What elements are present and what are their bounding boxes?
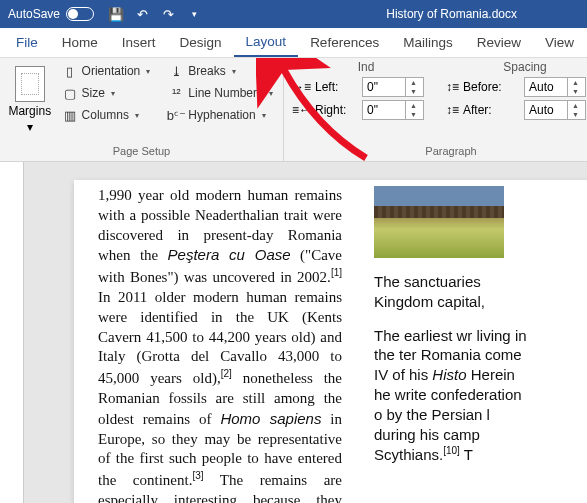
tab-view[interactable]: View xyxy=(533,28,586,57)
size-button[interactable]: ▢ Size▾ xyxy=(58,84,155,102)
autosave-toggle[interactable]: AutoSave xyxy=(0,7,102,21)
spin-down-icon[interactable]: ▼ xyxy=(406,110,421,119)
group-label-page-setup: Page Setup xyxy=(0,143,283,161)
tab-layout[interactable]: Layout xyxy=(234,28,299,57)
spin-up-icon[interactable]: ▲ xyxy=(406,101,421,110)
spacing-after-field[interactable] xyxy=(525,103,567,117)
spacing-after-label: ↕≡ After: xyxy=(446,103,520,117)
document-column-2[interactable]: The sanctuaries Kingdom capital, The ear… xyxy=(354,186,534,503)
column-2-paragraph: The earliest wr living in the ter Romani… xyxy=(374,326,534,466)
spacing-before-field[interactable] xyxy=(525,80,567,94)
inline-image[interactable] xyxy=(374,186,504,258)
margins-button[interactable]: Margins ▾ xyxy=(6,62,54,139)
title-bar: AutoSave 💾 ↶ ↷ ▾ History of Romania.docx xyxy=(0,0,587,28)
indent-left-icon: →≡ xyxy=(292,80,311,94)
indent-right-field[interactable] xyxy=(363,103,405,117)
breaks-icon: ⤓ xyxy=(168,63,184,79)
spacing-after-input[interactable]: ▲▼ xyxy=(524,100,586,120)
tab-mailings[interactable]: Mailings xyxy=(391,28,465,57)
indent-left-field[interactable] xyxy=(363,80,405,94)
spacing-before-input[interactable]: ▲▼ xyxy=(524,77,586,97)
line-numbers-button[interactable]: ¹² Line Numbers▾ xyxy=(164,84,277,102)
tab-review[interactable]: Review xyxy=(465,28,533,57)
indent-right-input[interactable]: ▲▼ xyxy=(362,100,424,120)
redo-icon[interactable]: ↷ xyxy=(160,6,176,22)
undo-icon[interactable]: ↶ xyxy=(134,6,150,22)
document-area: 1,990 year old modern human remains with… xyxy=(0,162,587,503)
ribbon: Margins ▾ ▯ Orientation▾ ▢ Size▾ ▥ Colum… xyxy=(0,58,587,162)
line-numbers-icon: ¹² xyxy=(168,85,184,101)
ribbon-tabs: File Home Insert Design Layout Reference… xyxy=(0,28,587,58)
quick-access-toolbar: 💾 ↶ ↷ ▾ xyxy=(102,6,208,22)
save-icon[interactable]: 💾 xyxy=(108,6,124,22)
breaks-button[interactable]: ⤓ Breaks▾ xyxy=(164,62,277,80)
document-column-1[interactable]: 1,990 year old modern human remains with… xyxy=(74,186,354,503)
image-caption: The sanctuaries Kingdom capital, xyxy=(374,272,534,312)
document-title: History of Romania.docx xyxy=(386,7,517,21)
size-icon: ▢ xyxy=(62,85,78,101)
spin-down-icon[interactable]: ▼ xyxy=(568,87,583,96)
indent-right-icon: ≡← xyxy=(292,103,311,117)
tab-design[interactable]: Design xyxy=(168,28,234,57)
spin-up-icon[interactable]: ▲ xyxy=(406,78,421,87)
spacing-before-icon: ↕≡ xyxy=(446,80,459,94)
spin-up-icon[interactable]: ▲ xyxy=(568,78,583,87)
group-page-setup: Margins ▾ ▯ Orientation▾ ▢ Size▾ ▥ Colum… xyxy=(0,58,284,161)
vertical-ruler[interactable] xyxy=(0,162,24,503)
indent-right-label: ≡← Right: xyxy=(292,103,358,117)
spin-down-icon[interactable]: ▼ xyxy=(568,110,583,119)
group-paragraph: Ind Spacing →≡ Left: ▲▼ ↕≡ Before: xyxy=(284,58,587,161)
columns-icon: ▥ xyxy=(62,107,78,123)
page[interactable]: 1,990 year old modern human remains with… xyxy=(74,180,587,503)
indent-left-label: →≡ Left: xyxy=(292,80,358,94)
indent-header: Ind xyxy=(292,60,440,74)
orientation-button[interactable]: ▯ Orientation▾ xyxy=(58,62,155,80)
margins-label: Margins xyxy=(8,104,51,118)
tab-home[interactable]: Home xyxy=(50,28,110,57)
spacing-header: Spacing xyxy=(440,60,587,74)
spin-down-icon[interactable]: ▼ xyxy=(406,87,421,96)
group-label-paragraph: Paragraph xyxy=(284,143,587,161)
indent-left-input[interactable]: ▲▼ xyxy=(362,77,424,97)
hyphenation-icon: bᶜ⁻ xyxy=(168,107,184,123)
qat-dropdown-icon[interactable]: ▾ xyxy=(186,6,202,22)
page-scroll-area[interactable]: 1,990 year old modern human remains with… xyxy=(24,162,587,503)
spin-up-icon[interactable]: ▲ xyxy=(568,101,583,110)
spacing-after-icon: ↕≡ xyxy=(446,103,459,117)
columns-button[interactable]: ▥ Columns▾ xyxy=(58,106,155,124)
hyphenation-button[interactable]: bᶜ⁻ Hyphenation▾ xyxy=(164,106,277,124)
orientation-icon: ▯ xyxy=(62,63,78,79)
chevron-down-icon: ▾ xyxy=(27,120,33,134)
toggle-off-icon[interactable] xyxy=(66,7,94,21)
tab-references[interactable]: References xyxy=(298,28,391,57)
spacing-before-label: ↕≡ Before: xyxy=(446,80,520,94)
tab-file[interactable]: File xyxy=(4,28,50,57)
margins-icon xyxy=(15,66,45,102)
autosave-label: AutoSave xyxy=(8,7,60,21)
tab-insert[interactable]: Insert xyxy=(110,28,168,57)
